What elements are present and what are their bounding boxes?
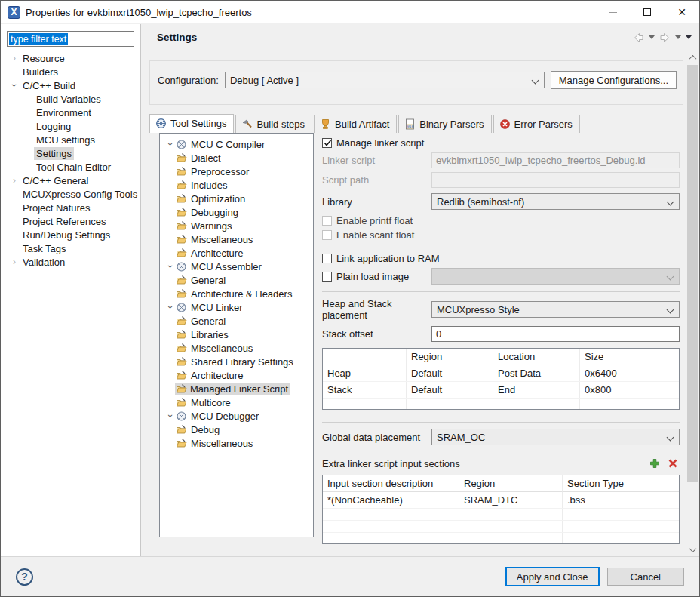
plain-load-image-checkbox[interactable] [322,272,332,282]
sidebar-item-settings[interactable]: Settings [1,146,140,160]
title-bar: X Properties for evkbimxrt1050_lwip_tcpe… [1,1,699,23]
chevron-right-icon[interactable]: › [8,53,20,63]
tree-item-debugging[interactable]: Debugging [160,205,313,219]
delete-section-button[interactable] [666,457,680,470]
help-button[interactable]: ? [16,568,33,586]
scroll-down-button[interactable] [686,543,699,556]
sidebar-item-builders[interactable]: Builders [1,65,140,78]
chevron-down-icon[interactable]: › [164,302,176,312]
sidebar-item-tool-chain-editor[interactable]: Tool Chain Editor [1,160,140,174]
tree-item-preprocessor[interactable]: Preprocessor [160,165,313,178]
sidebar-item-mcu-settings[interactable]: MCU settings [1,133,140,146]
tree-item-debug[interactable]: Debug [160,423,313,436]
back-history-dropdown-icon[interactable] [649,35,655,39]
minimize-icon [609,12,617,13]
cell[interactable]: 0x800 [580,382,679,398]
sidebar-item-project-natures[interactable]: Project Natures [1,201,140,214]
chevron-right-icon[interactable]: › [8,175,20,186]
sidebar-item-label: C/C++ Build [20,79,78,92]
cell[interactable]: Default [407,365,493,381]
cell[interactable]: .bss [563,492,679,508]
manage-linker-script-checkbox[interactable] [322,138,332,148]
minimize-button[interactable] [595,1,630,23]
library-select[interactable]: Redlib (semihost-nf) [431,193,680,210]
tree-item-label: Managed Linker Script [190,383,288,395]
view-menu-icon[interactable] [686,35,692,39]
add-section-button[interactable] [648,457,662,470]
sidebar-item-validation[interactable]: ›Validation [1,255,140,269]
tab-build-steps[interactable]: Build steps [235,115,312,133]
configuration-select[interactable]: Debug [ Active ] [225,72,545,88]
cell[interactable]: Post Data [493,365,580,381]
sidebar-item-label: Run/Debug Settings [20,229,112,242]
close-button[interactable]: ✕ [665,1,699,23]
maximize-button[interactable] [630,1,665,23]
table-row-stack[interactable]: Stack Default End 0x800 [323,382,679,399]
tree-item-architecture-linker[interactable]: Architecture [160,368,313,382]
apply-and-close-button[interactable]: Apply and Close [505,567,600,586]
sidebar-item-task-tags[interactable]: Task Tags [1,242,140,255]
tab-build-artifact[interactable]: Build Artifact [314,115,397,133]
tree-item-multicore[interactable]: Multicore [160,395,313,409]
link-application-to-ram-checkbox[interactable] [322,254,332,263]
tree-item-warnings[interactable]: Warnings [160,219,313,232]
sidebar-item-cpp-build[interactable]: ›C/C++ Build [1,78,140,92]
tree-item-includes[interactable]: Includes [160,178,313,192]
forward-history-dropdown-icon[interactable] [675,35,681,39]
global-data-placement-value: SRAM_OC [437,432,485,443]
manage-configurations-button[interactable]: Manage Configurations... [551,71,677,89]
chevron-down-icon[interactable]: › [8,80,20,91]
cell [323,399,407,409]
tree-item-optimization[interactable]: Optimization [160,192,313,205]
tab-error-parsers[interactable]: Error Parsers [493,115,580,133]
filter-input[interactable]: type filter text [7,31,134,47]
sidebar-item-resource[interactable]: ›Resource [1,51,140,65]
table-row-heap[interactable]: Heap Default Post Data 0x6400 [323,365,679,382]
tree-item-architecture-compiler[interactable]: Architecture [160,246,313,260]
tree-item-architecture-headers[interactable]: Architecture & Headers [160,287,313,300]
cell[interactable]: Default [407,382,493,398]
forward-arrow-icon[interactable] [659,32,671,43]
tree-item-managed-linker-script[interactable]: Managed Linker Script [160,382,313,395]
cancel-button[interactable]: Cancel [607,568,684,586]
tree-item-shared-library-settings[interactable]: Shared Library Settings [160,355,313,368]
cell[interactable]: End [493,382,580,398]
tree-item-general-assembler[interactable]: General [160,273,313,287]
tree-group-mcu-assembler[interactable]: ›MCU Assembler [160,260,313,273]
chevron-down-icon[interactable]: › [164,139,176,149]
scrollbar-thumb[interactable] [687,65,698,482]
tree-group-mcu-c-compiler[interactable]: ›MCU C Compiler [160,137,313,151]
tab-binary-parsers[interactable]: 010 Binary Parsers [398,115,491,133]
scroll-up-button[interactable] [686,51,699,64]
heap-stack-placement-select[interactable]: MCUXpresso Style [431,301,680,318]
stack-offset-input[interactable]: 0 [431,326,680,342]
global-data-placement-select[interactable]: SRAM_OC [431,429,680,445]
table-row-noncacheable[interactable]: *(NonCacheable) SRAM_DTC .bss [323,492,679,509]
cell[interactable]: *(NonCacheable) [323,492,459,508]
chevron-right-icon[interactable]: › [8,257,20,267]
cell[interactable]: SRAM_DTC [459,492,563,508]
tree-item-dialect[interactable]: Dialect [160,151,313,165]
tree-item-general-linker[interactable]: General [160,314,313,328]
tab-tool-settings[interactable]: Tool Settings [149,114,234,133]
tree-group-mcu-debugger[interactable]: ›MCU Debugger [160,409,313,423]
filter-text: type filter text [9,33,68,45]
sidebar-item-run-debug-settings[interactable]: Run/Debug Settings [1,228,140,242]
tree-item-miscellaneous-linker[interactable]: Miscellaneous [160,341,313,355]
tree-item-miscellaneous-debugger[interactable]: Miscellaneous [160,436,313,450]
chevron-down-icon[interactable]: › [164,411,176,421]
sidebar-item-project-references[interactable]: Project References [1,214,140,228]
back-arrow-icon[interactable] [633,32,644,43]
tree-item-miscellaneous-compiler[interactable]: Miscellaneous [160,232,313,246]
sidebar-item-mcuxpresso-config-tools[interactable]: MCUXpresso Config Tools [1,187,140,201]
sidebar-item-cpp-general[interactable]: ›C/C++ General [1,174,140,187]
chevron-down-icon[interactable]: › [164,261,176,272]
tree-group-mcu-linker[interactable]: ›MCU Linker [160,300,313,314]
sidebar-item-environment[interactable]: Environment [1,106,140,119]
vertical-scrollbar[interactable] [686,51,699,556]
cell[interactable]: 0x6400 [580,365,679,381]
sidebar-item-build-variables[interactable]: Build Variables [1,92,140,106]
cell [323,509,459,520]
tree-item-libraries[interactable]: Libraries [160,328,313,341]
sidebar-item-logging[interactable]: Logging [1,119,140,133]
